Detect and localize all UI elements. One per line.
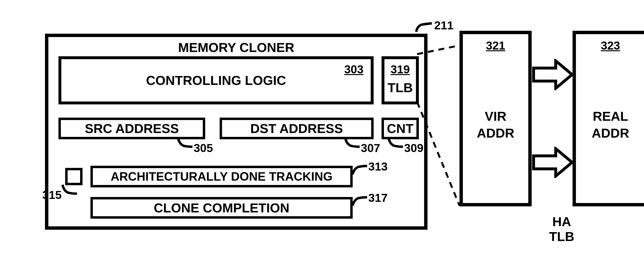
callout-label-315: 315	[42, 188, 62, 202]
controlling-logic-label: CONTROLLING LOGIC	[146, 73, 286, 88]
callout-tick-315	[61, 184, 78, 197]
callout-label-305: 305	[194, 142, 213, 155]
callout-tick-305	[177, 137, 194, 150]
real-addr-line1: REAL	[593, 109, 628, 124]
clone-completion-label: CLONE COMPLETION	[154, 200, 290, 215]
vir-addr-line1: VIR	[485, 109, 506, 124]
arch-tracking-label: ARCHITECTURALLY DONE TRACKING	[111, 170, 332, 184]
callout-tick-309	[387, 137, 404, 150]
ha-tlb-label: HA TLB	[547, 214, 576, 244]
arch-tracking-box: ARCHITECTURALLY DONE TRACKING	[90, 166, 353, 188]
callout-label-307: 307	[361, 142, 380, 155]
vir-addr-ref-num: 321	[486, 39, 505, 52]
callout-label-211: 211	[434, 19, 454, 32]
real-addr-line2: ADDR	[592, 126, 629, 140]
arrow-top-icon	[532, 59, 574, 90]
small-register-box	[65, 168, 82, 185]
callout-tick-307	[344, 137, 361, 150]
callout-tick-313	[352, 164, 368, 177]
dashed-line-bottom	[416, 101, 464, 212]
dashed-line-top	[416, 44, 464, 59]
ha-tlb-line2: TLB	[547, 229, 576, 244]
memory-cloner-title: MEMORY CLONER	[178, 40, 294, 55]
vir-addr-box: 321 VIR ADDR	[460, 31, 532, 206]
tlb-ref-num: 319	[390, 63, 410, 76]
cnt-box: CNT	[382, 118, 419, 139]
cnt-label: CNT	[387, 121, 414, 136]
svg-line-0	[417, 46, 460, 54]
controlling-logic-ref-num: 303	[344, 63, 364, 76]
vir-addr-line2: ADDR	[477, 126, 514, 140]
callout-tick-317	[352, 195, 368, 208]
callout-tick-211	[415, 21, 434, 34]
callout-label-317: 317	[368, 191, 388, 204]
arrow-bottom-icon	[532, 147, 574, 178]
src-address-box: SRC ADDRESS	[58, 118, 205, 139]
ha-tlb-line1: HA	[547, 214, 576, 229]
dst-address-label: DST ADDRESS	[250, 121, 343, 136]
src-address-label: SRC ADDRESS	[85, 121, 179, 136]
dst-address-box: DST ADDRESS	[220, 118, 374, 139]
tlb-box: 319 TLB	[382, 56, 419, 104]
real-addr-box: 323 REAL ADDR	[572, 31, 644, 206]
controlling-logic-box: 303 CONTROLLING LOGIC	[58, 56, 374, 104]
tlb-label: TLB	[388, 80, 413, 95]
diagram-root: 211 MEMORY CLONER 303 CONTROLLING LOGIC …	[19, 22, 626, 243]
svg-line-1	[417, 102, 460, 206]
callout-label-313: 313	[368, 160, 388, 173]
clone-completion-box: CLONE COMPLETION	[90, 197, 353, 219]
real-addr-ref-num: 323	[601, 39, 620, 52]
